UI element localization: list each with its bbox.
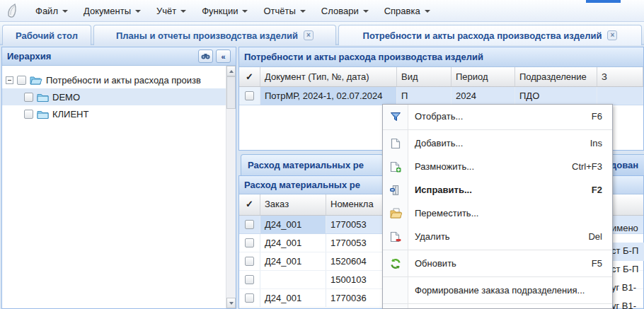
row-checkbox-cell bbox=[239, 87, 260, 105]
dropdown-caret-icon bbox=[300, 10, 306, 13]
scroll-up-button[interactable] bbox=[226, 66, 236, 76]
close-icon[interactable] bbox=[607, 30, 617, 40]
menu-accounting-label: Учёт bbox=[156, 6, 176, 16]
close-icon[interactable] bbox=[304, 30, 314, 40]
tree-node-client[interactable]: КЛИЕНТ bbox=[2, 105, 226, 122]
menu-item-add[interactable]: Добавить... Ins bbox=[383, 132, 612, 155]
menu-item-label: Обновить bbox=[408, 258, 592, 269]
tab-desktop[interactable]: Рабочий стол bbox=[2, 25, 91, 45]
menu-item-move[interactable]: Переместить... bbox=[383, 202, 612, 225]
order-cell[interactable]: Д24_001 bbox=[260, 252, 326, 270]
row-checkbox[interactable] bbox=[245, 257, 254, 266]
hierarchy-title: Иерархия bbox=[7, 51, 195, 62]
tab-plans-reports-label: Планы и отчеты производства изделий bbox=[116, 30, 298, 41]
order-cell[interactable]: Д24_001 bbox=[260, 216, 326, 233]
check-column-header[interactable]: ✓ bbox=[239, 67, 260, 86]
row-checkbox-cell bbox=[239, 252, 260, 270]
scroll-down-button[interactable] bbox=[226, 298, 236, 308]
dropdown-caret-icon bbox=[180, 10, 186, 13]
menu-file-label: Файл bbox=[35, 6, 58, 16]
delete-document-icon bbox=[383, 231, 408, 243]
row-checkbox[interactable] bbox=[245, 293, 254, 303]
tree-checkbox[interactable] bbox=[24, 110, 33, 119]
new-document-icon bbox=[383, 138, 408, 149]
menu-item-shortcut: Ctrl+F3 bbox=[572, 161, 612, 172]
column-order[interactable]: Заказ bbox=[260, 194, 326, 215]
menu-accounting[interactable]: Учёт bbox=[149, 3, 194, 19]
tab-partial-label: дован bbox=[611, 160, 638, 170]
menu-documents[interactable]: Документы bbox=[76, 3, 149, 19]
menu-item-edit[interactable]: Исправить... F2 bbox=[383, 178, 612, 202]
collapse-node-icon[interactable] bbox=[6, 76, 13, 84]
top-edge-highlight bbox=[586, 0, 621, 3]
hierarchy-tree: Потребности и акты расхода произв DEMO К… bbox=[2, 66, 226, 308]
binoculars-icon bbox=[201, 52, 210, 60]
tab-plans-reports[interactable]: Планы и отчеты производства изделий bbox=[93, 25, 336, 45]
menu-dictionaries[interactable]: Словари bbox=[314, 3, 376, 19]
context-menu: Отобрать... F6 Добавить... Ins Размножит… bbox=[382, 104, 613, 309]
order-cell[interactable]: Д24_001 bbox=[260, 289, 326, 307]
document-cell[interactable]: ПотрМР, 2024-1, 02.07.2024 bbox=[260, 87, 397, 105]
menu-item-filter[interactable]: Отобрать... F6 bbox=[383, 105, 612, 128]
document-row[interactable]: ПотрМР, 2024-1, 02.07.2024 П 2024 ПДО bbox=[239, 87, 643, 105]
materials-panel-title: Расход материальных ре bbox=[244, 180, 360, 190]
menu-help[interactable]: Справка bbox=[376, 3, 438, 19]
move-folder-icon bbox=[383, 208, 408, 218]
check-column-header[interactable]: ✓ bbox=[239, 194, 260, 215]
menu-item-shortcut: F5 bbox=[592, 258, 612, 269]
tab-materials-consumption[interactable]: Расход материальных ре bbox=[241, 154, 384, 175]
menu-item-shortcut: Ins bbox=[590, 138, 612, 148]
menu-item-duplicate[interactable]: Размножить... Ctrl+F3 bbox=[383, 155, 612, 178]
division-cell[interactable]: ПДО bbox=[515, 87, 597, 105]
tree-node-label: DEMO bbox=[52, 92, 80, 103]
tab-needs-acts-label: Потребности и акты расхода производства … bbox=[363, 30, 602, 41]
tree-node-label: Потребности и акты расхода произв bbox=[46, 75, 201, 86]
menu-file[interactable]: Файл bbox=[28, 3, 76, 19]
folder-icon bbox=[37, 110, 49, 119]
refresh-icon bbox=[383, 258, 408, 269]
column-vid[interactable]: Вид bbox=[397, 67, 452, 86]
vid-cell[interactable]: П bbox=[397, 87, 452, 105]
search-button[interactable] bbox=[198, 49, 213, 63]
tree-scrollbar[interactable] bbox=[226, 66, 236, 308]
menu-item-shortcut: F6 bbox=[592, 111, 612, 122]
tree-node-demo[interactable]: DEMO bbox=[2, 88, 226, 105]
collapse-panel-button[interactable]: « bbox=[216, 49, 231, 63]
row-checkbox[interactable] bbox=[245, 275, 254, 284]
tree-checkbox[interactable] bbox=[24, 93, 33, 102]
menu-item-shortcut: F2 bbox=[592, 185, 612, 195]
period-cell[interactable]: 2024 bbox=[452, 87, 515, 105]
scrollbar-thumb[interactable] bbox=[226, 76, 236, 109]
row-checkbox[interactable] bbox=[245, 220, 254, 229]
row-checkbox[interactable] bbox=[245, 91, 254, 100]
dropdown-caret-icon bbox=[62, 10, 68, 13]
menu-reports[interactable]: Отчёты bbox=[255, 3, 313, 19]
row-checkbox[interactable] bbox=[245, 238, 254, 247]
tab-partial-right[interactable]: дован bbox=[609, 154, 644, 175]
duplicate-document-icon bbox=[383, 161, 408, 173]
menu-functions[interactable]: Функции bbox=[194, 3, 255, 19]
row-checkbox-cell bbox=[239, 271, 260, 288]
row-checkbox-cell bbox=[239, 234, 260, 252]
tree-node-root[interactable]: Потребности и акты расхода произв bbox=[2, 71, 226, 88]
tree-checkbox[interactable] bbox=[17, 76, 26, 85]
menu-item-form-division-order[interactable]: Формирование заказа подразделения... bbox=[383, 279, 612, 302]
order-cell[interactable]: Д24_001 bbox=[260, 234, 326, 252]
menu-separator bbox=[383, 276, 612, 277]
dropdown-caret-icon bbox=[242, 10, 248, 13]
column-document[interactable]: Документ (Тип, №, дата) bbox=[260, 67, 397, 86]
tab-needs-acts[interactable]: Потребности и акты расхода производства … bbox=[338, 25, 642, 45]
menu-help-label: Справка bbox=[384, 6, 420, 16]
column-period[interactable]: Период bbox=[452, 67, 515, 86]
hierarchy-panel-header: Иерархия « bbox=[2, 47, 236, 66]
column-division[interactable]: Подразделение bbox=[515, 67, 597, 86]
name-cell-fragment: уг В1- bbox=[611, 279, 644, 298]
order-cell[interactable] bbox=[260, 271, 326, 288]
menu-separator bbox=[383, 250, 612, 250]
z-cell[interactable] bbox=[597, 87, 643, 105]
menu-item-delete[interactable]: Удалить Del bbox=[383, 225, 612, 248]
tab-materials-label: Расход материальных ре bbox=[248, 160, 364, 170]
menu-item-refresh[interactable]: Обновить F5 bbox=[383, 252, 612, 275]
column-z[interactable]: З bbox=[597, 67, 643, 86]
menu-item-label: Размножить... bbox=[408, 161, 572, 172]
